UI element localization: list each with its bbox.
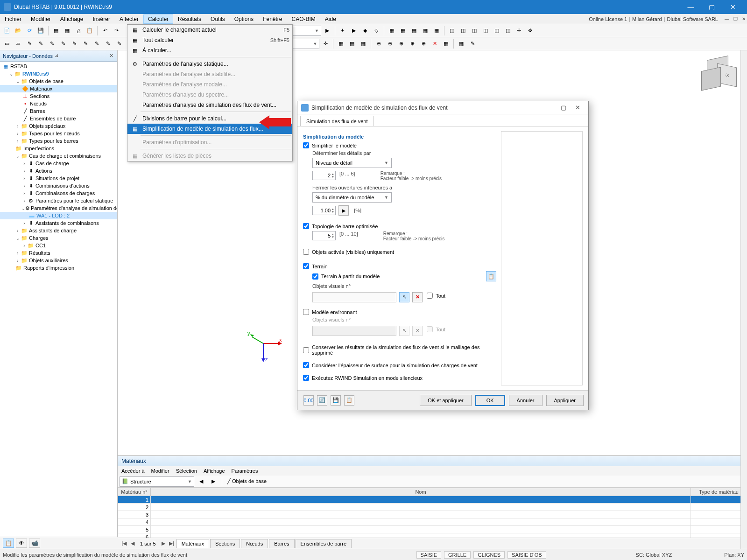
- nav-data-icon[interactable]: 📋: [3, 539, 14, 548]
- copy-icon[interactable]: 📋: [344, 395, 354, 406]
- tree-situations[interactable]: ›⬇Situations de projet: [0, 175, 117, 182]
- tree-ensembles[interactable]: ╱Ensembles de barre: [0, 115, 117, 122]
- tree-objets-speciaux[interactable]: ›📁Objets spéciaux: [0, 122, 117, 130]
- tree-cas-charge-comb[interactable]: ⌄📁Cas de charge et combinaisons: [0, 152, 117, 160]
- cube-icon-6[interactable]: ◫: [503, 26, 513, 36]
- tool-icon-3[interactable]: ⊕: [396, 39, 406, 49]
- grid-icon-4[interactable]: ▦: [420, 26, 430, 36]
- menu-resultats[interactable]: Résultats: [173, 14, 206, 24]
- nav-view-icon[interactable]: 👁: [16, 539, 27, 548]
- tool-icon-8[interactable]: ▦: [456, 39, 466, 49]
- app-icon-1[interactable]: ▦: [51, 26, 61, 36]
- chevron-right-icon[interactable]: ▶: [322, 26, 332, 36]
- combo-niveau[interactable]: Niveau de détail▼: [312, 158, 392, 168]
- chk-conserver[interactable]: Conserver les résultats de la simulation…: [303, 344, 496, 356]
- cube-icon-4[interactable]: ◫: [480, 26, 491, 36]
- tree-imperfections[interactable]: 📁Imperfections: [0, 145, 117, 152]
- btn-ok[interactable]: OK: [475, 395, 505, 406]
- undo-icon[interactable]: ↶: [100, 26, 110, 36]
- navigator-tree[interactable]: ▦RSTAB ⌄📁RWIND.rs9 ⌄📁Objets de base 🔶Mat…: [0, 62, 117, 537]
- cube-icon-5[interactable]: ◫: [492, 26, 502, 36]
- axes-icon[interactable]: ✛: [514, 26, 524, 36]
- dialog-close-icon[interactable]: ✕: [571, 103, 585, 113]
- tree-resultats[interactable]: ›📁Résultats: [0, 249, 117, 257]
- view-icon-2[interactable]: ▶: [349, 26, 359, 36]
- prev-icon[interactable]: ◀: [129, 540, 136, 546]
- btn-appliquer[interactable]: Appliquer: [546, 395, 584, 406]
- refresh-icon[interactable]: 🔄: [317, 395, 327, 406]
- print-icon[interactable]: 🖨: [73, 26, 84, 36]
- dm-a-calculer[interactable]: ▦À calculer...: [127, 45, 292, 56]
- dm-tout-calc[interactable]: ▦Tout calculerShift+F5: [127, 35, 292, 45]
- close-button[interactable]: ✕: [722, 0, 743, 14]
- tree-file[interactable]: ⌄📁RWIND.rs9: [0, 70, 117, 77]
- dm-param-vent[interactable]: Paramètres d'analyse de simulation des f…: [127, 100, 292, 110]
- tree-assist-comb[interactable]: ›⬇Assistants de combinaisons: [0, 219, 117, 227]
- draw-icon-6[interactable]: ✎: [58, 39, 68, 49]
- draw-icon-3[interactable]: ✎: [24, 39, 35, 49]
- tool-icon-7[interactable]: ▦: [441, 39, 451, 49]
- tree-noeuds[interactable]: •Nœuds: [0, 100, 117, 107]
- cube-icon-2[interactable]: ◫: [458, 26, 468, 36]
- menu-fichier[interactable]: Fichier: [0, 14, 26, 24]
- tool-icon-1[interactable]: ⊕: [374, 39, 384, 49]
- cube-icon-3[interactable]: ◫: [469, 26, 479, 36]
- view-cube[interactable]: -Y -X: [697, 55, 739, 97]
- units-icon[interactable]: 0.00: [303, 395, 314, 406]
- menu-modifier[interactable]: Modifier: [26, 14, 56, 24]
- status-glignes[interactable]: GLIGNES: [473, 551, 505, 559]
- btn-ok-appliquer[interactable]: OK et appliquer: [420, 395, 471, 406]
- clear-icon-1[interactable]: ✕: [412, 292, 423, 302]
- compass-icon[interactable]: ✥: [525, 26, 536, 36]
- right-docking-strip[interactable]: [740, 50, 747, 549]
- tree-comb-actions[interactable]: ›⬇Combinaisons d'actions: [0, 182, 117, 189]
- tool-icon-4[interactable]: ⊕: [407, 39, 417, 49]
- terrain-pick-icon[interactable]: 📋: [486, 271, 496, 281]
- tool-icon-5[interactable]: ⊕: [418, 39, 429, 49]
- tab-simulation[interactable]: Simulation des flux de vent: [300, 116, 374, 126]
- menu-outils[interactable]: Outils: [206, 14, 230, 24]
- draw-icon-5[interactable]: ✎: [47, 39, 57, 49]
- tool-icon-2[interactable]: ⊕: [385, 39, 395, 49]
- dm-calc-actuel[interactable]: ▦Calculer le chargement actuelF5: [127, 25, 292, 35]
- save-settings-icon[interactable]: 💾: [331, 395, 341, 406]
- snap-icon-3[interactable]: ▦: [358, 39, 368, 49]
- draw-icon-8[interactable]: ✎: [80, 39, 91, 49]
- menu-affecter[interactable]: Affecter: [115, 14, 143, 24]
- menu-inserer[interactable]: Insérer: [88, 14, 115, 24]
- mat-next-icon[interactable]: ▶: [208, 476, 218, 487]
- redo-icon[interactable]: ↷: [111, 26, 121, 36]
- last-icon[interactable]: ▶|: [168, 540, 176, 546]
- grid-icon-2[interactable]: ▦: [398, 26, 408, 36]
- combo-pct[interactable]: % du diamètre du modèle▼: [312, 192, 392, 203]
- tab-barres[interactable]: Barres: [269, 539, 294, 548]
- tree-root[interactable]: ▦RSTAB: [0, 63, 117, 70]
- tree-barres[interactable]: ╱Barres: [0, 107, 117, 115]
- spin-pct[interactable]: 1.00▲▼: [312, 206, 336, 215]
- mat-menu-affichage[interactable]: Affichage: [204, 468, 225, 474]
- reload-icon[interactable]: ⟳: [24, 26, 35, 36]
- tree-objets-aux[interactable]: ›📁Objets auxiliaires: [0, 257, 117, 264]
- status-grille[interactable]: GRILLE: [444, 551, 471, 559]
- draw-icon-1[interactable]: ▭: [2, 39, 12, 49]
- draw-icon-7[interactable]: ✎: [69, 39, 79, 49]
- save-icon[interactable]: 💾: [35, 26, 46, 36]
- grid-icon-1[interactable]: ▦: [387, 26, 397, 36]
- menu-cao-bim[interactable]: CAO-BIM: [287, 14, 320, 24]
- draw-icon-10[interactable]: ✎: [103, 39, 113, 49]
- chk-topo[interactable]: Topologie de barre optimisée: [303, 223, 496, 229]
- first-icon[interactable]: |◀: [120, 540, 128, 546]
- draw-icon-9[interactable]: ✎: [92, 39, 102, 49]
- draw-icon-2[interactable]: ▱: [13, 39, 23, 49]
- tab-ensembles[interactable]: Ensembles de barre: [296, 539, 352, 548]
- tree-param-stat[interactable]: ›⚙Paramètres pour le calcul statique: [0, 197, 117, 204]
- tab-materiaux[interactable]: Matériaux: [176, 539, 209, 548]
- mdi-restore-icon[interactable]: ❐: [732, 16, 739, 22]
- tool-icon-6[interactable]: ✕: [430, 39, 440, 49]
- tool-icon-9[interactable]: ✎: [467, 39, 478, 49]
- tree-cc1[interactable]: ›📁CC1: [0, 242, 117, 249]
- mat-prev-icon[interactable]: ◀: [196, 476, 206, 487]
- chk-modele-env[interactable]: Modèle environnant: [303, 309, 496, 315]
- cube-icon-1[interactable]: ◫: [447, 26, 457, 36]
- chk-epaisseur[interactable]: Considérer l'épaisseur de surface pour l…: [303, 362, 496, 368]
